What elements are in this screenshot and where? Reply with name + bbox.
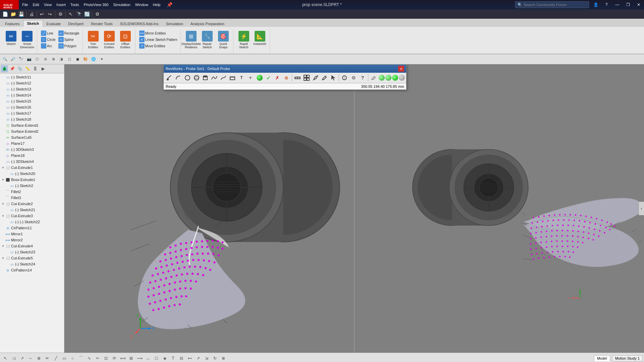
mt-rotate-btn[interactable]: ↻ bbox=[211, 354, 219, 362]
tree-item-surfacecut5[interactable]: ✂ SurfaceCut5 bbox=[0, 134, 64, 140]
mt-mirror-btn[interactable]: ⟺ bbox=[119, 354, 127, 362]
tree-item-surface-extend1[interactable]: ⬡ Surface-Extend1 bbox=[0, 122, 64, 128]
menu-file[interactable]: File bbox=[20, 2, 30, 7]
quick-snaps-btn[interactable]: 🎯 QuickSnaps bbox=[216, 30, 231, 50]
tab-dimxpert[interactable]: DimXpert bbox=[64, 20, 87, 27]
tree-item-cut-extrude1[interactable]: ▼ ⬜ Cut-Extrude1 bbox=[0, 165, 64, 171]
menu-view[interactable]: View bbox=[42, 2, 54, 7]
mt-rect-btn[interactable]: ▭ bbox=[60, 354, 68, 362]
feature-tree-btn[interactable]: 🌲 bbox=[1, 65, 8, 72]
tree-item-mirror1[interactable]: ⟺ Mirror1 bbox=[0, 231, 64, 237]
rw-probe-select-btn[interactable] bbox=[165, 73, 174, 82]
tree-item-sketch12[interactable]: ▭ (-) Sketch12 bbox=[0, 80, 64, 86]
mt-smart-dim-btn[interactable]: ↔ bbox=[26, 354, 35, 362]
rw-t-btn[interactable]: T bbox=[237, 73, 246, 82]
mt-back-btn[interactable]: ◁ bbox=[10, 354, 18, 362]
tree-item-fillet2[interactable]: ⌒ Fillet2 bbox=[0, 189, 64, 195]
zoom-to-fit-btn[interactable]: 🔍 bbox=[1, 56, 9, 63]
menu-edit[interactable]: Edit bbox=[31, 2, 41, 7]
right-panel-arrow[interactable]: › bbox=[639, 202, 644, 215]
scene-btn[interactable]: 🌐 bbox=[90, 56, 97, 63]
user-icon[interactable]: 👤 bbox=[592, 1, 600, 8]
menu-tools[interactable]: Tools bbox=[68, 2, 81, 7]
viewport-left[interactable]: X Y Z bbox=[64, 64, 355, 353]
tree-item-sketch24[interactable]: ▭ (-) Sketch24 bbox=[4, 261, 64, 267]
trim-entities-btn[interactable]: ✂ TrimEntities bbox=[86, 30, 101, 50]
dim-xpert-btn[interactable]: 📏 bbox=[24, 65, 31, 72]
win-restore[interactable]: ❐ bbox=[624, 1, 632, 8]
win-minimize[interactable]: — bbox=[613, 1, 621, 8]
mt-text-btn[interactable]: T bbox=[169, 354, 177, 362]
rw-cylinder-btn[interactable] bbox=[201, 73, 210, 82]
convert-entities-btn[interactable]: ⟳ ConvertEntities bbox=[102, 30, 117, 50]
linear-pattern-btn[interactable]: ≡ Linear Sketch Pattern bbox=[138, 37, 178, 43]
rw-surface-btn[interactable] bbox=[228, 73, 237, 82]
select-btn[interactable]: ↖ bbox=[67, 10, 74, 18]
tab-render-tools[interactable]: Render Tools bbox=[87, 20, 116, 27]
mt-select-btn[interactable]: ↗ bbox=[18, 354, 26, 362]
win-close[interactable]: ✕ bbox=[635, 1, 643, 8]
rw-cancel-btn[interactable]: ✗ bbox=[273, 73, 282, 82]
tree-item-boss-extrude1[interactable]: ▼ ⬛ Boss-Extrude1 bbox=[0, 177, 64, 183]
viewport-area[interactable]: X Y Z bbox=[64, 64, 644, 353]
menu-window[interactable]: Window bbox=[133, 2, 150, 7]
instant2d-btn[interactable]: 📐 Instant2D bbox=[252, 30, 268, 49]
tree-item-cut-extrude4[interactable]: ▼ ⬜ Cut-Extrude4 bbox=[0, 243, 64, 249]
mt-origin-btn[interactable]: ⊕ bbox=[35, 354, 43, 362]
zoom-btn[interactable]: 🔭 bbox=[75, 10, 83, 18]
tree-item-sketch17[interactable]: ▭ (-) Sketch17 bbox=[0, 110, 64, 116]
section-view-btn[interactable]: ⊘ bbox=[42, 56, 49, 63]
view-orient-btn[interactable]: ⬡ bbox=[34, 56, 41, 63]
open-btn[interactable]: 📁 bbox=[9, 10, 17, 18]
sketch-button[interactable]: ✏ Sketch bbox=[3, 30, 19, 49]
tree-item-sketch14[interactable]: ▭ (-) Sketch14 bbox=[0, 92, 64, 98]
mt-sketch-btn[interactable]: ✏ bbox=[43, 354, 51, 362]
mt-convert-btn[interactable]: ⟳ bbox=[110, 354, 118, 362]
undo-btn[interactable]: ↩ bbox=[38, 10, 46, 18]
mt-fillet-btn[interactable]: ⌓ bbox=[144, 354, 152, 362]
mt-circle-btn[interactable]: ○ bbox=[68, 354, 76, 362]
display-delete-btn[interactable]: ⊞ Display/DeleteRelations bbox=[183, 30, 199, 50]
print-btn[interactable]: 🖨 bbox=[28, 10, 35, 18]
display-mgr-btn[interactable]: 🎛 bbox=[32, 65, 39, 72]
tree-item-cirpattern11[interactable]: ⊙ CirPattern11 bbox=[0, 225, 64, 231]
rw-circle2-btn[interactable] bbox=[340, 73, 349, 82]
menu-help[interactable]: Help bbox=[151, 2, 163, 7]
mt-offset-btn[interactable]: ⊡ bbox=[102, 354, 110, 362]
tree-item-cut-extrude2[interactable]: ▼ ⬜ Cut-Extrude2 bbox=[0, 201, 64, 207]
tab-model[interactable]: Model bbox=[594, 355, 610, 361]
pin-icon[interactable]: 📌 bbox=[166, 1, 173, 8]
mt-arrow-btn[interactable]: ↖ bbox=[1, 354, 9, 362]
view-palette-btn[interactable]: ⊕ bbox=[50, 56, 57, 63]
rw-freeform-btn[interactable] bbox=[219, 73, 228, 82]
tree-item-sketch23[interactable]: ▭ (-) Sketch23 bbox=[4, 249, 64, 255]
tree-item-3dsketch3[interactable]: 3D (-) 3DSketch3 bbox=[0, 146, 64, 153]
rebuild-btn[interactable]: ⚙ bbox=[57, 10, 64, 18]
shaded-btn[interactable]: ◼ bbox=[74, 56, 81, 63]
revworks-close-btn[interactable]: ✕ bbox=[398, 66, 404, 72]
tab-evaluate[interactable]: Evaluate bbox=[43, 20, 65, 27]
mt-ref-btn[interactable]: ◈ bbox=[161, 354, 169, 362]
tab-simulation[interactable]: Simulation bbox=[162, 20, 187, 27]
rw-curve-btn[interactable] bbox=[210, 73, 219, 82]
mt-trim-btn[interactable]: ✂ bbox=[94, 354, 102, 362]
tab-analysis-prep[interactable]: Analysis Preparation bbox=[187, 20, 228, 27]
tree-item-sketch16[interactable]: ▭ (-) Sketch16 bbox=[0, 104, 64, 110]
mt-line-btn[interactable]: ╱ bbox=[52, 354, 60, 362]
rw-cursor-btn[interactable] bbox=[329, 73, 338, 82]
redo-btn[interactable]: ↪ bbox=[46, 10, 54, 18]
render-tools-btn[interactable]: ✦ bbox=[98, 56, 105, 63]
rw-grid-btn[interactable] bbox=[302, 73, 311, 82]
spline-btn[interactable]: ∿ Spline bbox=[57, 37, 80, 43]
zoom-out-btn[interactable]: 🔭 bbox=[17, 56, 25, 63]
polygon-btn[interactable]: ⬡ Polygon bbox=[57, 43, 80, 49]
mt-move2-btn[interactable]: ↗ bbox=[194, 354, 202, 362]
rw-plus-btn[interactable]: + bbox=[246, 73, 255, 82]
tree-item-sketch22[interactable]: ▭ (-) (-) Sketch22 bbox=[4, 219, 64, 225]
mt-chamfer-btn[interactable]: ⬡ bbox=[152, 354, 160, 362]
rapid-sketch-btn[interactable]: ⚡ RapidSketch bbox=[236, 30, 252, 50]
property-mgr-btn[interactable]: 📌 bbox=[8, 65, 16, 72]
tab-sw-addins[interactable]: SOLIDWORKS Add-Ins bbox=[116, 20, 162, 27]
rw-settings-btn[interactable]: ⚙ bbox=[349, 73, 358, 82]
wireframe-btn[interactable]: ◻ bbox=[66, 56, 73, 63]
